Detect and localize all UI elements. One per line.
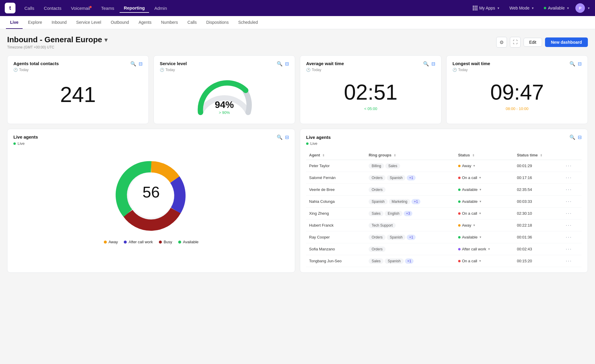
subnav-calls[interactable]: Calls [183, 16, 201, 29]
longest-wait-title: Longest wait time [452, 61, 490, 66]
status-badge: Available ▾ [458, 187, 482, 192]
status-dropdown[interactable]: ▾ [488, 247, 490, 251]
status-dropdown[interactable]: ▾ [479, 211, 481, 215]
table-row: Nahia ColungaSpanishMarketing+1 Availabl… [306, 196, 582, 208]
row-more-button[interactable]: ··· [563, 219, 582, 231]
subnav-live[interactable]: Live [6, 16, 23, 29]
search-icon[interactable]: 🔍 [569, 134, 575, 140]
row-more-button[interactable]: ··· [563, 255, 582, 267]
table-row: Salomé FernánOrdersSpanish+1 On a call ▾… [306, 172, 582, 184]
status-dropdown[interactable]: ▾ [479, 259, 481, 263]
nav-contacts[interactable]: Contacts [40, 4, 65, 12]
avg-wait-title: Average wait time [306, 61, 344, 66]
avatar-chevron[interactable]: ▼ [587, 7, 590, 10]
status-dot [458, 236, 461, 239]
filter-icon[interactable]: ⊟ [285, 61, 289, 67]
status-dot [458, 224, 461, 227]
subnav-explore[interactable]: Explore [24, 16, 46, 29]
status-badge: On a call ▾ [458, 259, 481, 263]
status-time: 00:01:36 [514, 231, 563, 243]
col-ring-groups[interactable]: Ring groups ⇕ [366, 150, 455, 160]
status-dot [458, 212, 461, 215]
settings-button[interactable]: ⚙ [496, 37, 507, 48]
ring-groups: OrdersSpanish+1 [366, 231, 455, 243]
status-cell: Away ▾ [455, 219, 514, 231]
filter-icon[interactable]: ⊟ [431, 61, 435, 67]
search-icon[interactable]: 🔍 [423, 61, 429, 67]
table-card-header: Live agents 🔍 ⊟ [306, 134, 582, 140]
status-dropdown[interactable]: ▾ [480, 200, 481, 203]
title-dropdown-icon[interactable]: ▾ [104, 36, 107, 43]
row-more-button[interactable]: ··· [563, 160, 582, 172]
status-dropdown[interactable]: ▾ [480, 235, 481, 239]
filter-icon[interactable]: ⊟ [139, 61, 143, 67]
status-dropdown[interactable]: ▾ [473, 164, 475, 168]
agents-total-value: 241 [13, 77, 143, 109]
subnav-service-level[interactable]: Service Level [72, 16, 105, 29]
filter-icon[interactable]: ⊟ [285, 134, 289, 140]
subnav-outbound[interactable]: Outbound [107, 16, 133, 29]
longest-wait-card: Longest wait time 🔍 ⊟ 🕐 Today 09:47 08:0… [446, 55, 588, 124]
search-icon[interactable]: 🔍 [569, 61, 575, 67]
status-dropdown[interactable]: ▾ [479, 176, 481, 180]
col-status-time[interactable]: Status time ⇕ [514, 150, 563, 160]
nav-teams[interactable]: Teams [97, 4, 118, 12]
service-level-card: Service level 🔍 ⊟ 🕐 Today 94% [154, 55, 295, 124]
status-dot [458, 165, 461, 167]
row-more-button[interactable]: ··· [563, 231, 582, 243]
avg-wait-value: 02:51 [306, 77, 435, 105]
table-row: Xing ZhengSalesEnglish+3 On a call ▾ 02:… [306, 208, 582, 219]
filter-icon[interactable]: ⊟ [578, 134, 582, 140]
status-button[interactable]: Available ▼ [540, 4, 573, 12]
agent-name: Salomé Fernán [306, 172, 366, 184]
top-nav: t Calls Contacts Voicemail Teams Reporti… [0, 0, 595, 16]
my-apps-button[interactable]: My Apps ▼ [469, 4, 504, 12]
service-level-title: Service level [160, 61, 187, 66]
nav-voicemail[interactable]: Voicemail [67, 4, 96, 12]
app-logo[interactable]: t [5, 3, 15, 13]
search-icon[interactable]: 🔍 [277, 134, 283, 140]
web-mode-button[interactable]: Web Mode ▼ [506, 4, 538, 12]
status-dot [458, 248, 461, 250]
longest-wait-sub: 08:00 - 10:00 [452, 106, 582, 111]
col-agent[interactable]: Agent ⇕ [306, 150, 366, 160]
subnav-inbound[interactable]: Inbound [47, 16, 71, 29]
row-more-button[interactable]: ··· [563, 196, 582, 208]
filter-icon[interactable]: ⊟ [578, 61, 582, 67]
legend-available: Available [178, 240, 199, 244]
nav-admin[interactable]: Admin [150, 4, 171, 12]
status-time: 00:02:43 [514, 243, 563, 255]
subnav-agents[interactable]: Agents [134, 16, 156, 29]
status-dot [544, 7, 546, 9]
status-dropdown[interactable]: ▾ [473, 223, 475, 227]
status-dropdown[interactable]: ▾ [480, 188, 481, 192]
search-icon[interactable]: 🔍 [277, 61, 283, 67]
avatar[interactable]: P [575, 3, 585, 13]
new-dashboard-button[interactable]: New dashboard [545, 37, 588, 47]
row-more-button[interactable]: ··· [563, 172, 582, 184]
top-nav-right: My Apps ▼ Web Mode ▼ Available ▼ P ▼ [469, 3, 590, 13]
status-time: 00:22:18 [514, 219, 563, 231]
edit-button[interactable]: Edit [524, 38, 542, 47]
col-status[interactable]: Status ⇕ [455, 150, 514, 160]
legend-away: Away [104, 240, 118, 244]
row-more-button[interactable]: ··· [563, 243, 582, 255]
nav-reporting[interactable]: Reporting [120, 4, 149, 13]
dashboard-header: Inbound - General Europe ▾ Timezone (GMT… [7, 35, 588, 49]
dashboard-title-area: Inbound - General Europe ▾ Timezone (GMT… [7, 35, 107, 49]
agents-total-card: Agents total contacts 🔍 ⊟ 🕐 Today 241 [7, 55, 149, 124]
subnav-scheduled[interactable]: Scheduled [234, 16, 262, 29]
live-indicator-table: Live [306, 141, 582, 146]
card-icons: 🔍 ⊟ [423, 61, 435, 67]
agent-name: Tongbang Jun-Seo [306, 255, 366, 267]
agent-name: Xing Zheng [306, 208, 366, 219]
search-icon[interactable]: 🔍 [130, 61, 136, 67]
subnav-dispositions[interactable]: Dispositions [202, 16, 233, 29]
subnav-numbers[interactable]: Numbers [157, 16, 182, 29]
row-more-button[interactable]: ··· [563, 208, 582, 219]
fullscreen-button[interactable]: ⛶ [510, 37, 521, 48]
nav-calls[interactable]: Calls [20, 4, 38, 12]
ring-groups: Tech Support [366, 219, 455, 231]
row-more-button[interactable]: ··· [563, 184, 582, 196]
agent-name: Sofia Manzano [306, 243, 366, 255]
